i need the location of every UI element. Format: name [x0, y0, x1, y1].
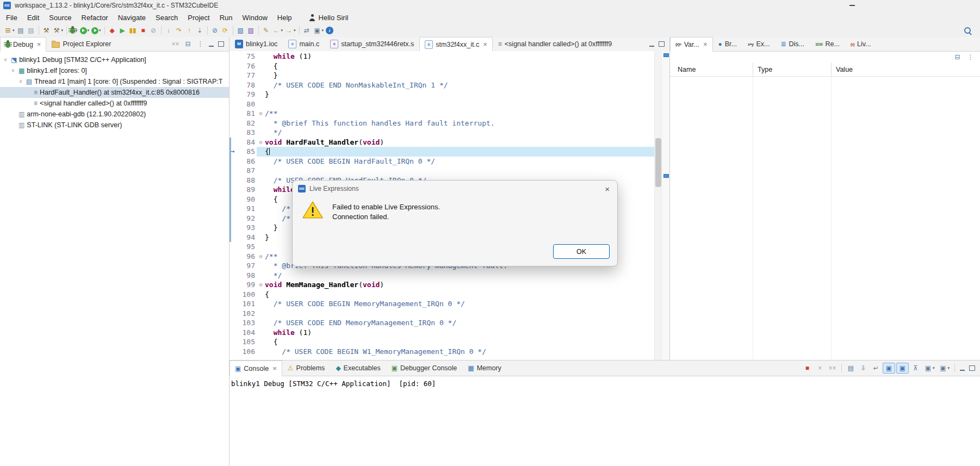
- fold-marker-icon[interactable]: ⊖: [257, 138, 265, 147]
- view-tab-dis[interactable]: ≣Dis...: [775, 37, 810, 51]
- cube-programmer-button[interactable]: ◆: [107, 25, 117, 36]
- collapse-all-button[interactable]: ⊟: [952, 52, 963, 62]
- build-all-button[interactable]: ⚒: [41, 25, 52, 36]
- expander-icon[interactable]: ▿: [10, 68, 16, 73]
- back-history-button[interactable]: ←▾: [271, 25, 284, 36]
- menu-navigate[interactable]: Navigate: [113, 11, 151, 24]
- editor-tab-main-c[interactable]: cmain.c: [283, 37, 325, 51]
- show-console-on-stdout-button[interactable]: ▣: [883, 363, 895, 374]
- scrollbar-thumb[interactable]: [655, 138, 661, 187]
- save-button[interactable]: ▤: [16, 25, 26, 36]
- editor-tab-signal-handler-called-at-0xfffffff9[interactable]: ≡<signal handler called>() at 0xfffffff9: [493, 37, 617, 51]
- menu-help[interactable]: Help: [272, 11, 297, 24]
- instruction-stepping-button[interactable]: ⇣: [195, 25, 205, 36]
- menu-refactor[interactable]: Refactor: [77, 11, 113, 24]
- view-tab-problems[interactable]: ⚠Problems: [282, 361, 331, 376]
- restart-button[interactable]: ⟳: [220, 25, 231, 36]
- console-output[interactable]: blinky1 Debug [STM32 C/C++ Application] …: [230, 376, 980, 466]
- open-console-button[interactable]: ▣▾: [312, 25, 325, 36]
- tree-item[interactable]: ≡<signal handler called>() at 0xfffffff9: [0, 98, 229, 109]
- new-button[interactable]: ⊞▾: [3, 25, 16, 36]
- view-menu-button[interactable]: ⋮: [965, 52, 976, 62]
- save-all-button[interactable]: ▤: [26, 25, 36, 36]
- maximize-view-button[interactable]: [967, 363, 977, 373]
- view-tab-project-explorer[interactable]: Project Explorer: [46, 37, 116, 51]
- external-tools-button[interactable]: ▾: [90, 25, 102, 36]
- remove-all-launches-button[interactable]: ××: [827, 363, 838, 373]
- last-edit-location-button[interactable]: ✎: [261, 25, 271, 36]
- view-tab-debugger-console[interactable]: ▣Debugger Console: [386, 361, 463, 376]
- tree-item[interactable]: ▿⬔blinky1 Debug [STM32 C/C++ Application…: [0, 54, 229, 65]
- fold-marker-icon[interactable]: ⊖: [257, 109, 265, 119]
- close-icon[interactable]: ×: [483, 40, 487, 48]
- ok-button[interactable]: OK: [553, 244, 610, 259]
- pin-console-button[interactable]: ⊼: [910, 363, 921, 373]
- tree-item[interactable]: ▥arm-none-eabi-gdb (12.1.90.20220802): [0, 109, 229, 120]
- fold-marker-icon[interactable]: ⊖: [257, 252, 265, 262]
- step-return-button[interactable]: ↑: [184, 25, 195, 36]
- resume-button[interactable]: ▶: [117, 25, 128, 36]
- expander-icon[interactable]: ▿: [2, 57, 9, 63]
- clear-console-button[interactable]: ▤: [845, 363, 857, 373]
- column-header-name[interactable]: Name: [670, 63, 753, 76]
- view-menu-button[interactable]: ⋮: [195, 39, 206, 49]
- suspend-button[interactable]: ▮▮: [128, 25, 138, 36]
- dialog-close-icon[interactable]: ×: [605, 184, 610, 194]
- show-console-on-stderr-button[interactable]: ▣: [896, 363, 909, 374]
- close-icon[interactable]: ×: [272, 364, 277, 372]
- column-header-type[interactable]: Type: [753, 63, 831, 76]
- terminate-button[interactable]: ■: [802, 363, 813, 373]
- display-selected-console-button[interactable]: ▣▾: [922, 363, 936, 373]
- overview-ruler[interactable]: [661, 51, 669, 360]
- user-menu[interactable]: Hello Siril: [305, 11, 353, 24]
- menu-run[interactable]: Run: [215, 11, 238, 24]
- forward-history-button[interactable]: →▾: [284, 25, 297, 36]
- scroll-lock-button[interactable]: ⇩: [858, 363, 869, 373]
- new-project-wizard-button[interactable]: ▧: [235, 25, 246, 36]
- feedback-button[interactable]: i: [325, 25, 334, 36]
- view-tab-br[interactable]: ●Br...: [713, 37, 742, 51]
- minimize-window-button[interactable]: [843, 0, 861, 11]
- tree-item[interactable]: ≡HardFault_Handler() at stm32f4xx_it.c:8…: [0, 87, 229, 98]
- link-with-editor-button[interactable]: ⇄: [302, 25, 312, 36]
- editor-tab-blinky1-ioc[interactable]: Mblinky1.ioc: [230, 37, 283, 51]
- expander-icon[interactable]: ▿: [17, 79, 24, 84]
- word-wrap-button[interactable]: ↵: [870, 363, 882, 373]
- disconnect-button[interactable]: ⊘: [148, 25, 159, 36]
- view-tab-var[interactable]: (x)=Var...×: [670, 37, 713, 52]
- view-tab-liv[interactable]: (x)Liv...: [845, 37, 877, 51]
- view-tab-re[interactable]: 1010Re...: [810, 37, 845, 51]
- remove-all-terminated-button[interactable]: ××: [170, 39, 181, 49]
- tree-item[interactable]: ▿▦blinky1.elf [cores: 0]: [0, 65, 229, 76]
- fold-marker-icon[interactable]: ⊖: [257, 280, 265, 290]
- minimize-view-button[interactable]: [958, 363, 966, 373]
- view-tab-ex[interactable]: x+yEx...: [742, 37, 775, 51]
- debug-button[interactable]: ▾: [69, 25, 79, 36]
- column-header-value[interactable]: Value: [831, 63, 980, 76]
- search-button[interactable]: [962, 25, 973, 36]
- editor-scrollbar[interactable]: [654, 51, 662, 360]
- overview-marker[interactable]: [663, 53, 669, 57]
- remove-launch-button[interactable]: ×: [814, 363, 826, 373]
- menu-search[interactable]: Search: [151, 11, 183, 24]
- maximize-editor-button[interactable]: [657, 39, 666, 49]
- overview-marker[interactable]: [663, 174, 669, 178]
- skip-all-breakpoints-button[interactable]: ⊘: [210, 25, 220, 36]
- menu-source[interactable]: Source: [44, 11, 76, 24]
- minimize-view-button[interactable]: [207, 39, 215, 49]
- tree-item[interactable]: ▿▤Thread #1 [main] 1 [core: 0] (Suspende…: [0, 76, 229, 87]
- menu-edit[interactable]: Edit: [22, 11, 44, 24]
- maximize-view-button[interactable]: [216, 39, 226, 49]
- step-into-button[interactable]: ↓: [164, 25, 174, 36]
- close-icon[interactable]: ×: [37, 40, 41, 48]
- minimize-editor-button[interactable]: [648, 39, 656, 49]
- variables-table-body[interactable]: [670, 76, 980, 360]
- open-console-button[interactable]: ▣▾: [937, 363, 951, 373]
- menu-window[interactable]: Window: [238, 11, 272, 24]
- collapse-all-button[interactable]: ⊟: [182, 39, 194, 49]
- view-tab-console[interactable]: ▣Console×: [230, 361, 282, 376]
- view-tab-memory[interactable]: ▦Memory: [462, 361, 507, 376]
- build-config-button[interactable]: ⚒▾: [52, 25, 65, 36]
- open-element-button[interactable]: ▨: [246, 25, 256, 36]
- menu-project[interactable]: Project: [183, 11, 214, 24]
